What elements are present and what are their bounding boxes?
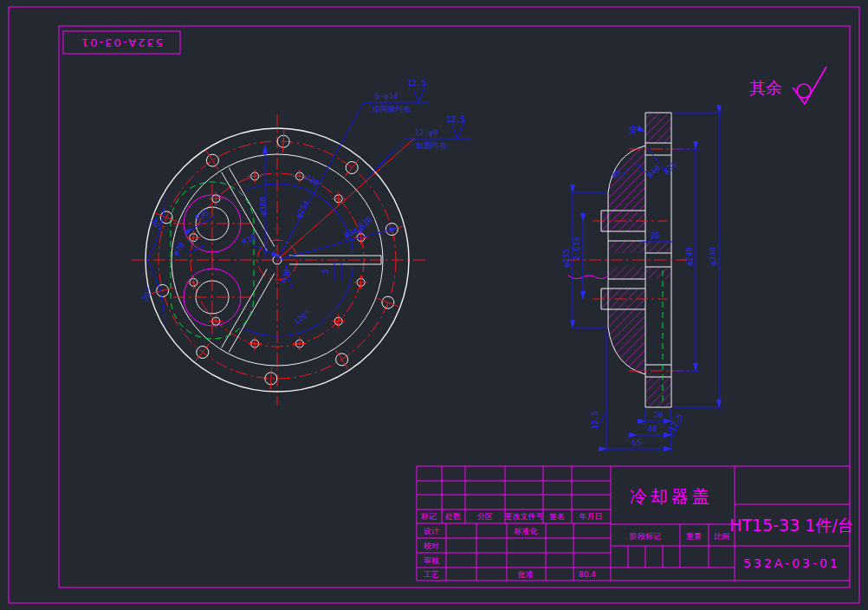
dim-phi235: φ235 xyxy=(562,249,571,268)
dim-phi254: φ254 xyxy=(295,199,311,220)
rev-header-signature: 签名 xyxy=(549,512,565,521)
dim-gap5: 5 xyxy=(321,269,330,273)
dim-w20: 20 xyxy=(654,411,664,419)
dim-angle30-top: 30° xyxy=(149,217,163,233)
dim-phi70: φ70 xyxy=(172,241,187,257)
rev-header-zone: 分区 xyxy=(477,512,493,521)
dim-phi330: φ330 xyxy=(709,247,717,266)
callout-2-roughness: 12.5 xyxy=(446,115,465,124)
dim-phi240: φ240 xyxy=(685,247,694,266)
rev-header-doc-no: 更改文件号 xyxy=(505,512,544,521)
side-section-view: 30 R5 R40 R35 2-G1½ φ235 26 φ240 φ330 xyxy=(562,113,722,452)
title-block: 标记 处数 分区 更改文件号 签名 年月日 设计 校对 审核 工艺 标准化 批准… xyxy=(417,466,854,581)
hole-callouts: 6-φ14 沿周缘均布 12.5 12-φ9 如图均布 12.5 xyxy=(360,79,470,185)
approve-label: 批准 xyxy=(517,570,534,579)
material-quantity: HT15-33 1件/台 xyxy=(729,516,854,535)
rev-header-date: 年月日 xyxy=(580,512,603,521)
dim-rough-left: 12.5 xyxy=(591,411,599,430)
dim-w26: 26 xyxy=(651,231,660,240)
dim-w40: 40 xyxy=(648,425,657,433)
roughness-check-icon xyxy=(793,67,826,104)
dim-thread: 2-G1½ xyxy=(573,237,581,260)
weight-label: 重量 xyxy=(686,532,702,541)
scale-label: 比例 xyxy=(714,532,729,541)
dim-rough-right: 12.5 xyxy=(668,412,685,433)
part-title: 冷却器盖 xyxy=(630,486,713,507)
rev-header-mark: 标记 xyxy=(420,512,437,521)
callout-2-note: 如图均布 xyxy=(415,141,448,150)
dim-r10-rib: R10 xyxy=(241,232,257,246)
role-process: 工艺 xyxy=(424,570,439,579)
callout-2-label: 12-φ9 xyxy=(414,128,437,137)
std-label: 标准化 xyxy=(514,527,539,535)
dim-r35: R35 xyxy=(663,160,679,177)
role-design: 设计 xyxy=(424,527,439,535)
approve-date: 80.4 xyxy=(579,570,596,579)
drawing-number: 532A-03-01 xyxy=(743,556,840,570)
dim-angle120-top: 120° xyxy=(304,172,325,191)
callout-1-roughness: 12.5 xyxy=(407,79,426,88)
front-dimensions: φ380 φ254 φ300 R10 R10 120° 120° 30° 30°… xyxy=(140,102,397,336)
callout-1-note: 沿周缘均布 xyxy=(372,105,412,114)
front-view: φ380 φ254 φ300 R10 R10 120° 120° 30° 30°… xyxy=(132,79,470,406)
surface-roughness-note: 其余 xyxy=(749,67,826,104)
break-line xyxy=(568,276,608,279)
dim-phi380: φ380 xyxy=(259,197,268,216)
dim-r40: R40 xyxy=(646,164,663,180)
role-check: 校对 xyxy=(424,542,439,550)
surface-note-text: 其余 xyxy=(749,78,782,97)
rev-header-count: 处数 xyxy=(444,512,461,521)
dim-angle30-bottom: 30° xyxy=(140,286,154,302)
corner-label-box: 532A-03-01 xyxy=(63,31,180,54)
dim-angle120-bottom: 120° xyxy=(293,308,314,327)
callout-1-label: 6-φ14 xyxy=(374,92,398,101)
role-review: 审核 xyxy=(424,556,439,565)
dim-w65: 65 xyxy=(632,438,642,447)
corner-label: 532A-03-01 xyxy=(80,36,163,49)
dim-t30: 30 xyxy=(629,127,638,136)
cad-drawing-canvas: 532A-03-01 其余 xyxy=(0,0,868,610)
stage-label: 阶段标记 xyxy=(630,532,661,541)
